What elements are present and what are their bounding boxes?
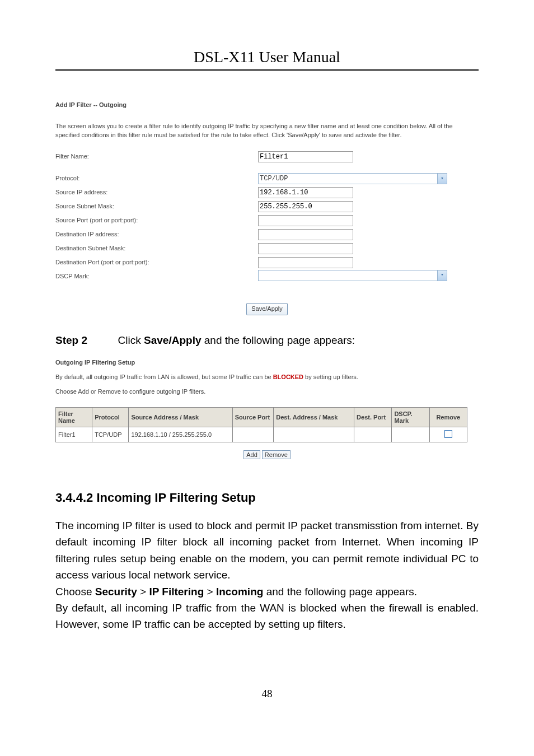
blocked-word: BLOCKED: [273, 374, 303, 380]
src-mask-input[interactable]: [258, 201, 353, 212]
section-nav-line: Choose Security > IP Filtering > Incomin…: [55, 584, 479, 600]
cell-src-port: [232, 427, 274, 442]
save-apply-button[interactable]: Save/Apply: [246, 303, 288, 315]
step2-prefix: Step 2: [55, 334, 87, 346]
dst-ip-input[interactable]: [258, 229, 353, 240]
page-number: 48: [0, 688, 534, 700]
navA: Choose: [55, 586, 95, 598]
table-row: Filter1 TCP/UDP 192.168.1.10 / 255.255.2…: [56, 427, 467, 442]
table-header-row: Filter Name Protocol Source Address / Ma…: [56, 407, 467, 427]
nav-security: Security: [95, 586, 137, 598]
filter-name-input[interactable]: [258, 151, 353, 162]
label-dst-mask: Destination Subnet Mask:: [55, 244, 258, 253]
line1a: By default, all outgoing IP traffic from…: [55, 374, 273, 380]
th-src-addr: Source Address / Mask: [129, 407, 232, 427]
label-filter-name: Filter Name:: [55, 152, 258, 161]
section-para2: By default, all incoming IP traffic from…: [55, 600, 479, 633]
step2-bold: Save/Apply: [144, 334, 201, 346]
cell-dscp: [392, 427, 429, 442]
cell-dst-addr: [274, 427, 354, 442]
th-protocol: Protocol: [92, 407, 129, 427]
label-protocol: Protocol:: [55, 174, 258, 183]
panel2-line1: By default, all outgoing IP traffic from…: [55, 374, 479, 380]
add-ip-filter-panel: Add IP Filter -- Outgoing The screen all…: [55, 101, 479, 315]
protocol-value: TCP/UDP: [260, 175, 288, 183]
panel2-line2: Choose Add or Remove to configure outgoi…: [55, 388, 479, 395]
protocol-select[interactable]: TCP/UDP ▾: [258, 173, 447, 184]
th-dst-addr: Dest. Address / Mask: [274, 407, 354, 427]
nav-ipfiltering: IP Filtering: [149, 586, 204, 598]
section-para1: The incoming IP filter is used to block …: [55, 517, 479, 584]
navC: >: [137, 586, 149, 598]
navE: >: [204, 586, 216, 598]
dscp-select[interactable]: ▾: [258, 270, 447, 281]
label-dst-port: Destination Port (port or port:port):: [55, 258, 258, 267]
line1c: by setting up filters.: [303, 374, 358, 380]
outgoing-setup-panel: Outgoing IP Filtering Setup By default, …: [55, 359, 479, 459]
th-dst-port: Dest. Port: [354, 407, 392, 427]
label-dst-ip: Destination IP address:: [55, 230, 258, 239]
cell-remove: [429, 427, 467, 442]
label-src-mask: Source Subnet Mask:: [55, 202, 258, 211]
chevron-down-icon: ▾: [437, 270, 447, 281]
th-remove: Remove: [429, 407, 467, 427]
th-filter-name: Filter Name: [56, 407, 92, 427]
cell-dst-port: [354, 427, 392, 442]
panel-intro: The screen allows you to create a filter…: [55, 122, 457, 140]
label-src-ip: Source IP address:: [55, 188, 258, 197]
step2-instruction: Step 2 Click Save/Apply and the followin…: [55, 334, 479, 347]
add-button[interactable]: Add: [243, 450, 260, 459]
cell-src-addr: 192.168.1.10 / 255.255.255.0: [129, 427, 232, 442]
filters-table: Filter Name Protocol Source Address / Ma…: [55, 407, 467, 442]
section-heading: 3.4.4.2 Incoming IP Filtering Setup: [55, 491, 479, 505]
dst-mask-input[interactable]: [258, 243, 353, 254]
th-src-port: Source Port: [232, 407, 274, 427]
step2-text2: and the following page appears:: [201, 334, 355, 346]
src-ip-input[interactable]: [258, 187, 353, 198]
label-dscp: DSCP Mark:: [55, 272, 258, 281]
cell-filter-name: Filter1: [56, 427, 92, 442]
panel-heading: Add IP Filter -- Outgoing: [55, 101, 479, 110]
panel2-heading: Outgoing IP Filtering Setup: [55, 359, 479, 366]
th-dscp: DSCP. Mark: [392, 407, 429, 427]
page-title: DSL-X11 User Manual: [194, 48, 340, 66]
chevron-down-icon: ▾: [437, 174, 447, 184]
src-port-input[interactable]: [258, 215, 353, 226]
remove-button[interactable]: Remove: [262, 450, 291, 459]
header-rule: [55, 69, 479, 71]
label-src-port: Source Port (port or port:port):: [55, 216, 258, 225]
remove-checkbox[interactable]: [444, 430, 452, 438]
step2-text1: Click: [118, 334, 144, 346]
dst-port-input[interactable]: [258, 257, 353, 268]
nav-incoming: Incoming: [216, 586, 263, 598]
cell-protocol: TCP/UDP: [92, 427, 129, 442]
navG: and the following page appears.: [263, 586, 417, 598]
